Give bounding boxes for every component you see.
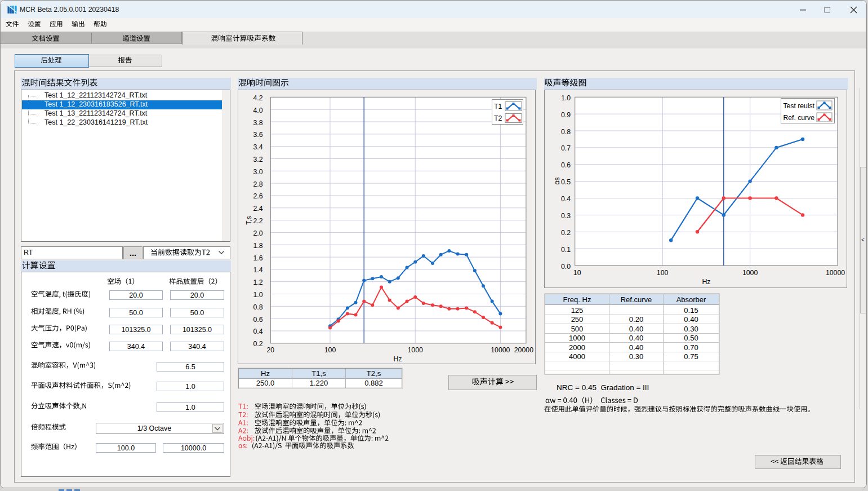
svg-text:αs: αs [553, 178, 561, 185]
svg-text:T,s: T,s [245, 216, 253, 224]
